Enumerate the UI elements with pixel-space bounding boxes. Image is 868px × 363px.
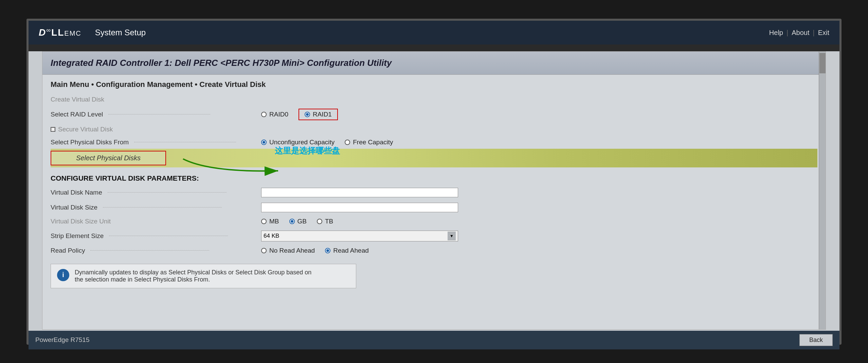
main-content: Integrated RAID Controller 1: Dell PERC …: [29, 51, 839, 349]
dell-logo: D∞LLEMC: [39, 27, 82, 38]
unconfigured-option[interactable]: Unconfigured Capacity: [261, 139, 334, 146]
about-link[interactable]: About: [792, 29, 809, 36]
tb-radio[interactable]: [317, 219, 322, 224]
vd-size-unit-row: Virtual Disk Size Unit MB GB: [51, 215, 817, 228]
dotted-line-2: [134, 142, 236, 142]
size-unit-controls: MB GB TB: [261, 218, 333, 225]
dotted-line-5: [109, 236, 228, 236]
vd-name-label: Virtual Disk Name: [51, 189, 254, 196]
scrollbar[interactable]: [819, 52, 826, 329]
raid0-radio[interactable]: [261, 112, 267, 117]
vd-name-input[interactable]: [261, 188, 458, 197]
top-bar: D∞LLEMC System Setup Help | About | Exit: [29, 21, 839, 44]
select-pd-from-row: Select Physical Disks From Unconfigured …: [51, 136, 817, 149]
content-panel: Integrated RAID Controller 1: Dell PERC …: [42, 51, 826, 330]
exit-link[interactable]: Exit: [818, 29, 829, 36]
info-text: Dynamically updates to display as Select…: [75, 269, 311, 283]
dotted-line-4: [103, 207, 222, 207]
system-setup-title: System Setup: [95, 28, 146, 37]
help-link[interactable]: Help: [769, 29, 783, 36]
strip-size-select[interactable]: 64 KB ▼: [261, 231, 458, 241]
bottom-bar: PowerEdge R7515 Back: [29, 331, 839, 349]
dotted-line-1: [108, 114, 210, 114]
header-stripe: Integrated RAID Controller 1: Dell PERC …: [42, 52, 826, 75]
secure-vd-label: ☐ Secure Virtual Disk: [51, 126, 254, 133]
vd-size-label: Virtual Disk Size: [51, 204, 254, 211]
select-physical-disks-button[interactable]: Select Physical Disks: [51, 151, 166, 165]
select-raid-label: Select RAID Level: [51, 111, 254, 118]
raid-controls: RAID0 RAID1: [261, 109, 338, 120]
back-button[interactable]: Back: [799, 334, 833, 346]
read-policy-label: Read Policy: [51, 247, 254, 254]
vd-size-unit-label: Virtual Disk Size Unit: [51, 218, 254, 225]
dotted-line-3: [108, 192, 227, 193]
unconfigured-radio[interactable]: [261, 140, 267, 145]
green-arrow: [176, 152, 295, 179]
tb-option[interactable]: TB: [317, 218, 333, 225]
strip-size-label: Strip Element Size: [51, 232, 254, 240]
pd-from-controls: Unconfigured Capacity Free Capacity: [261, 139, 393, 146]
configure-header: CONFIGURE VIRTUAL DISK PARAMETERS:: [51, 170, 817, 185]
free-capacity-radio[interactable]: [345, 140, 350, 145]
gb-option[interactable]: GB: [289, 218, 307, 225]
create-vd-label: Create Virtual Disk: [51, 96, 254, 103]
info-icon: i: [57, 269, 69, 281]
free-capacity-option[interactable]: Free Capacity: [345, 139, 393, 146]
raid1-radio[interactable]: [305, 112, 310, 117]
gb-radio[interactable]: [289, 219, 295, 224]
raid1-box: RAID1: [299, 109, 338, 120]
create-vd-row: Create Virtual Disk: [51, 93, 817, 106]
no-read-ahead-radio[interactable]: [261, 248, 267, 253]
strip-select-arrow[interactable]: ▼: [448, 232, 456, 240]
select-pd-from-label: Select Physical Disks From: [51, 139, 254, 146]
screen: D∞LLEMC System Setup Help | About | Exit…: [26, 19, 842, 345]
no-read-ahead-option[interactable]: No Read Ahead: [261, 247, 315, 254]
raid0-option[interactable]: RAID0: [261, 111, 288, 118]
model-label: PowerEdge R7515: [35, 336, 90, 344]
mb-option[interactable]: MB: [261, 218, 279, 225]
read-ahead-option[interactable]: Read Ahead: [325, 247, 369, 254]
page-title: Integrated RAID Controller 1: Dell PERC …: [51, 58, 817, 68]
vd-size-input[interactable]: [261, 203, 458, 212]
strip-size-row: Strip Element Size 64 KB ▼: [51, 228, 817, 244]
vd-size-row: Virtual Disk Size: [51, 200, 817, 215]
read-ahead-radio[interactable]: [325, 248, 330, 253]
sep2: |: [813, 29, 814, 36]
breadcrumb: Main Menu • Configuration Management • C…: [42, 75, 826, 93]
chinese-annotation: 这里是选择哪些盘: [275, 145, 340, 156]
info-box: i Dynamically updates to display as Sele…: [51, 264, 356, 288]
mb-radio[interactable]: [261, 219, 267, 224]
top-bar-links: Help | About | Exit: [769, 29, 829, 36]
read-policy-controls: No Read Ahead Read Ahead: [261, 247, 369, 254]
sep1: |: [786, 29, 788, 36]
read-policy-row: Read Policy No Read Ahead Read Ahead: [51, 244, 817, 257]
vd-name-row: Virtual Disk Name: [51, 185, 817, 200]
raid1-option[interactable]: RAID1: [305, 111, 332, 118]
secure-vd-row: ☐ Secure Virtual Disk: [51, 123, 817, 136]
dotted-line-6: [90, 250, 209, 251]
select-raid-row: Select RAID Level RAID0 RAID1: [51, 106, 817, 123]
form-area: Create Virtual Disk Select RAID Level RA…: [42, 93, 826, 288]
select-pd-row: Select Physical Disks 这里是选择哪些盘: [51, 149, 817, 167]
secure-checkbox[interactable]: ☐: [51, 127, 55, 132]
scrollbar-thumb[interactable]: [819, 53, 826, 73]
